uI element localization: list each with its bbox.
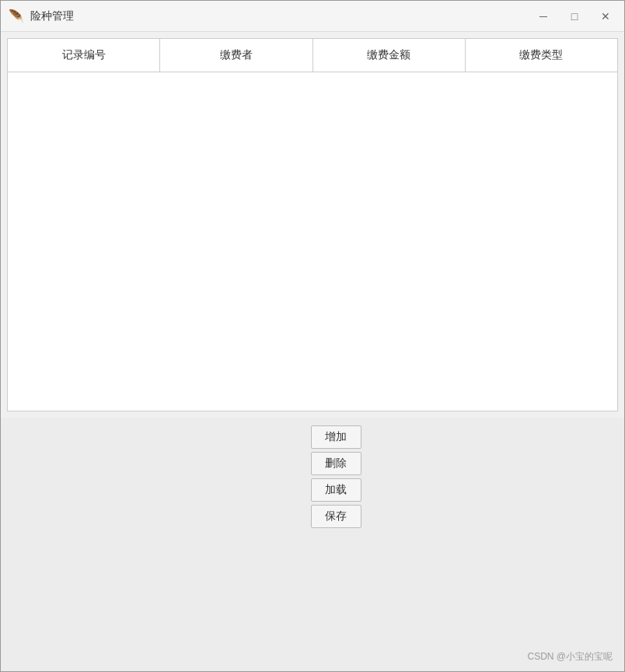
- buttons-container: 增加 删除 加载 保存: [311, 425, 361, 528]
- column-type: 缴费类型: [466, 39, 617, 72]
- table-area: 记录编号 缴费者 缴费金额 缴费类型: [7, 38, 618, 411]
- maximize-button[interactable]: □: [564, 5, 585, 27]
- minimize-button[interactable]: ─: [532, 5, 554, 27]
- add-button[interactable]: 增加: [311, 425, 361, 449]
- title-bar: 🪶 险种管理 ─ □ ✕: [1, 1, 624, 32]
- title-bar-controls: ─ □ ✕: [532, 5, 616, 27]
- app-icon: 🪶: [9, 9, 24, 24]
- table-body[interactable]: [8, 72, 617, 409]
- column-amount: 缴费金额: [313, 39, 466, 72]
- bottom-panel: 增加 删除 加载 保存 CSDN @小宝的宝呢: [1, 418, 624, 671]
- window-title: 险种管理: [30, 9, 74, 23]
- column-payer: 缴费者: [160, 39, 312, 72]
- load-button[interactable]: 加载: [311, 478, 361, 502]
- column-record-id: 记录编号: [8, 39, 160, 72]
- save-button[interactable]: 保存: [311, 505, 361, 528]
- delete-button[interactable]: 删除: [311, 452, 361, 475]
- table-header: 记录编号 缴费者 缴费金额 缴费类型: [8, 39, 617, 72]
- close-button[interactable]: ✕: [595, 5, 616, 27]
- title-bar-left: 🪶 险种管理: [9, 9, 74, 24]
- watermark: CSDN @小宝的宝呢: [527, 650, 613, 663]
- main-content: 记录编号 缴费者 缴费金额 缴费类型 增加 删除 加载 保存 CSDN @小宝的…: [1, 32, 624, 671]
